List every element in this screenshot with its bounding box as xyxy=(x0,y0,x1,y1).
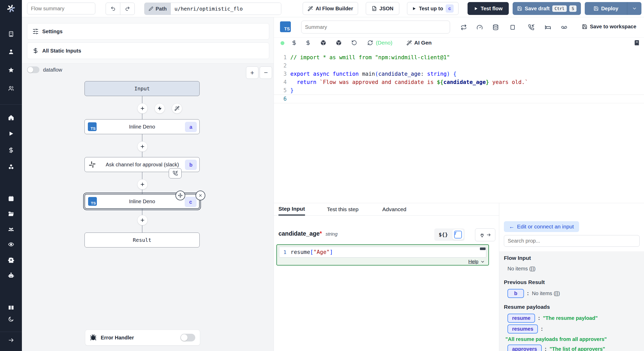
test-up-to-step-badge: c xyxy=(446,4,454,13)
zoom-in-button[interactable]: + xyxy=(246,66,258,79)
expr-scrollbar[interactable] xyxy=(480,247,486,250)
test-up-to-button[interactable]: Test up to c xyxy=(407,2,459,15)
plug-icon xyxy=(479,232,485,238)
flow-node-input[interactable]: Input xyxy=(84,81,200,96)
edit-or-connect-button[interactable]: ← Edit or connect an input xyxy=(504,221,579,232)
save-draft-button[interactable]: Save draft Ctrl S xyxy=(513,2,581,15)
flow-node-b[interactable]: Ask channel for approval (slack) b xyxy=(84,157,200,172)
step-id-badge: b xyxy=(185,160,197,170)
schedules-calendar-icon[interactable] xyxy=(0,195,22,202)
settings-gear-icon[interactable] xyxy=(0,257,22,263)
error-handler-card[interactable]: Error Handler xyxy=(85,330,200,346)
delete-node-button[interactable] xyxy=(196,191,205,200)
step-summary-input[interactable] xyxy=(301,21,450,33)
suspend-approval-chip[interactable] xyxy=(169,168,182,178)
timeout-gauge-icon[interactable] xyxy=(477,24,483,30)
flow-node-a[interactable]: TS Inline Deno a xyxy=(84,119,200,134)
insert-step-button[interactable] xyxy=(137,179,148,190)
step-id-badge: c xyxy=(185,197,197,207)
zoom-out-button[interactable]: − xyxy=(260,66,272,79)
field-type-label: string xyxy=(326,231,337,237)
prop-key-resumes[interactable]: resumes xyxy=(507,324,538,333)
library-book-icon[interactable] xyxy=(634,40,640,46)
variables-dollar-icon[interactable] xyxy=(291,40,297,46)
cache-database-icon[interactable] xyxy=(493,24,499,30)
path-input[interactable] xyxy=(171,3,281,15)
ai-step-button[interactable] xyxy=(172,103,182,114)
flow-settings-button[interactable]: Settings xyxy=(27,23,269,40)
docs-book-icon[interactable] xyxy=(0,305,22,311)
tab-step-input[interactable]: Step Input xyxy=(278,203,305,216)
resume-payloads-title: Resume payloads xyxy=(504,304,550,310)
move-node-handle[interactable] xyxy=(175,191,185,200)
community-users-icon[interactable] xyxy=(0,85,22,91)
javascript-mode-option-selected[interactable]: f xyxy=(452,229,464,240)
undo-button[interactable] xyxy=(106,3,120,15)
path-label[interactable]: Path xyxy=(145,3,171,15)
user-icon[interactable] xyxy=(0,49,22,55)
template-mode-option[interactable]: ${} xyxy=(435,232,451,238)
workspace-building-icon[interactable] xyxy=(0,31,22,37)
package-icon[interactable] xyxy=(320,40,326,46)
prop-key-b[interactable]: b xyxy=(507,289,524,298)
flow-node-result[interactable]: Result xyxy=(84,233,200,247)
sliders-icon xyxy=(32,28,39,35)
chevron-down-icon xyxy=(632,6,637,11)
typescript-icon: TS xyxy=(88,197,97,206)
secrets-dollar-icon[interactable] xyxy=(305,40,311,46)
favorites-star-icon[interactable] xyxy=(0,67,22,73)
early-stop-square-icon[interactable] xyxy=(510,24,516,30)
insert-step-button[interactable] xyxy=(137,103,148,114)
add-trigger-button[interactable] xyxy=(155,103,165,114)
code-editor[interactable]: 1// import * as wmill from "npm:windmill… xyxy=(274,49,644,203)
redo-button[interactable] xyxy=(120,3,134,15)
suspend-phone-incoming-icon[interactable] xyxy=(528,24,534,30)
all-static-inputs-button[interactable]: All Static Inputs xyxy=(27,42,269,59)
plus-icon xyxy=(140,144,145,149)
tab-advanced[interactable]: Advanced xyxy=(382,203,406,216)
connect-input-button[interactable] xyxy=(475,228,495,241)
json-button[interactable]: JSON xyxy=(366,2,399,15)
save-to-workspace-button[interactable]: Save to workspace xyxy=(582,24,636,30)
save-icon xyxy=(594,6,599,11)
resources-boxes-icon[interactable] xyxy=(0,163,22,169)
reload-refresh-icon[interactable] xyxy=(367,40,373,46)
mock-voicemail-icon[interactable] xyxy=(561,24,567,30)
workers-robot-icon[interactable] xyxy=(0,272,22,279)
variables-dollar-icon[interactable] xyxy=(0,147,22,153)
package-icon[interactable] xyxy=(336,40,342,46)
flow-summary-input[interactable] xyxy=(27,3,95,14)
deploy-dropdown-button[interactable] xyxy=(627,2,641,15)
reset-rotate-ccw-icon[interactable] xyxy=(351,40,357,46)
audit-eye-icon[interactable] xyxy=(0,241,22,247)
dark-mode-moon-icon[interactable] xyxy=(0,316,22,322)
insert-step-button[interactable] xyxy=(137,141,148,152)
insert-step-button[interactable] xyxy=(137,215,148,225)
folders-icon[interactable] xyxy=(0,211,22,217)
home-icon[interactable] xyxy=(0,115,22,121)
prop-key-resume[interactable]: resume xyxy=(507,314,535,323)
test-flow-button[interactable]: Test flow xyxy=(468,2,509,15)
previous-result-title: Previous Result xyxy=(504,279,545,285)
expand-arrow-icon[interactable] xyxy=(0,337,22,343)
sleep-bed-icon[interactable] xyxy=(545,24,551,30)
deploy-button[interactable]: Deploy xyxy=(585,2,627,15)
kbd-ctrl: Ctrl xyxy=(552,5,567,12)
dataflow-toggle[interactable] xyxy=(27,66,39,73)
error-handler-toggle[interactable] xyxy=(180,334,195,341)
windmill-logo[interactable] xyxy=(0,4,22,13)
flow-graph-panel: Settings All Static Inputs dataflow + − … xyxy=(22,17,274,351)
expression-editor[interactable]: 1 resume["Age"] Help xyxy=(276,244,489,266)
ai-gen-button[interactable]: AI Gen xyxy=(406,40,432,46)
runs-play-icon[interactable] xyxy=(0,131,22,137)
colon: : xyxy=(527,290,529,296)
ai-flow-builder-button[interactable]: AI Flow Builder xyxy=(303,2,358,15)
groups-icon[interactable] xyxy=(0,226,22,232)
retries-repeat-icon[interactable] xyxy=(461,24,467,30)
prop-key-approvers[interactable]: approvers xyxy=(507,345,542,351)
tab-test-this-step[interactable]: Test this step xyxy=(327,203,359,216)
help-link[interactable]: Help xyxy=(468,259,478,264)
chevron-down-icon[interactable] xyxy=(480,260,485,264)
language-label[interactable]: (Deno) xyxy=(376,40,392,46)
search-prop-input[interactable] xyxy=(504,235,640,247)
